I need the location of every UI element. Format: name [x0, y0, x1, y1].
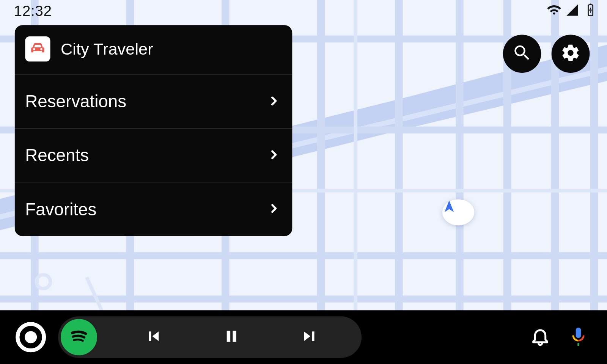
menu-item-label: Recents: [25, 146, 89, 165]
current-location-marker: [442, 199, 475, 226]
menu-item-label: Reservations: [25, 92, 126, 111]
settings-button[interactable]: [552, 35, 590, 73]
chevron-right-icon: [269, 148, 279, 163]
notifications-button[interactable]: [527, 324, 554, 350]
menu-item-label: Favorites: [25, 199, 96, 219]
menu-item-reservations[interactable]: Reservations: [15, 75, 292, 129]
skip-previous-icon: [144, 340, 163, 347]
app-icon: [25, 36, 50, 61]
menu-item-recents[interactable]: Recents: [15, 129, 292, 182]
assistant-button[interactable]: [565, 324, 591, 350]
gear-icon: [561, 43, 581, 64]
battery-charging-icon: [583, 3, 598, 19]
google-mic-icon: [568, 326, 589, 348]
app-panel-header: City Traveler: [15, 25, 292, 75]
clock: 12:32: [14, 2, 52, 19]
launcher-button[interactable]: [16, 322, 46, 352]
app-title: City Traveler: [61, 40, 153, 58]
spotify-icon: [67, 325, 91, 350]
media-widget: [58, 316, 362, 358]
car-icon: [29, 39, 47, 58]
media-next-button[interactable]: [300, 327, 319, 348]
search-button[interactable]: [503, 35, 541, 73]
media-app-button[interactable]: [61, 319, 97, 355]
bell-icon: [530, 326, 551, 348]
skip-next-icon: [300, 340, 319, 347]
pause-icon: [222, 340, 241, 347]
status-bar: 12:32: [0, 0, 607, 22]
action-buttons: [503, 35, 590, 73]
chevron-right-icon: [269, 94, 279, 109]
search-icon: [512, 43, 532, 64]
app-panel: City Traveler Reservations Recents Favor…: [15, 25, 292, 236]
media-previous-button[interactable]: [144, 327, 163, 348]
chevron-right-icon: [269, 202, 279, 217]
menu-item-favorites[interactable]: Favorites: [15, 182, 292, 236]
wifi-icon: [547, 3, 561, 19]
nav-bar: [0, 310, 607, 364]
svg-rect-23: [590, 4, 591, 5]
cellular-signal-icon: [565, 3, 579, 19]
media-pause-button[interactable]: [222, 327, 241, 348]
